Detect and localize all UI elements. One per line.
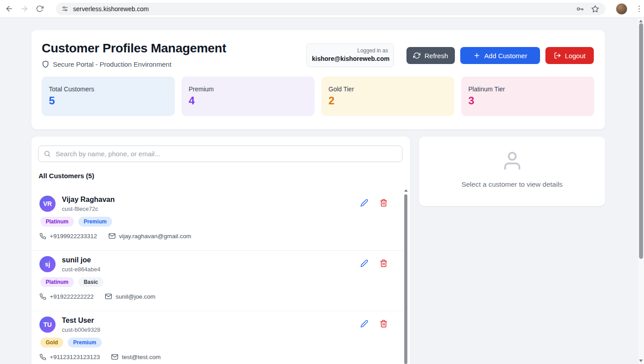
details-empty-text: Select a customer to view details — [462, 180, 563, 188]
phone-icon — [39, 293, 46, 300]
page-background: Customer Profiles Management Secure Port… — [0, 18, 644, 364]
forward-arrow-icon — [20, 4, 29, 13]
search-input[interactable] — [38, 146, 402, 162]
list-scrollbar[interactable] — [404, 189, 408, 364]
tier-badge: Premium — [68, 338, 101, 347]
browser-profile-avatar[interactable] — [616, 3, 627, 15]
reload-icon — [36, 5, 43, 13]
avatar: VR — [39, 196, 56, 212]
logout-icon — [554, 52, 561, 59]
edit-customer-button[interactable] — [359, 319, 369, 330]
customer-list: VR Vijay Raghavan cust-f8ece72c Platinum… — [31, 190, 404, 364]
forward-button[interactable] — [17, 1, 32, 17]
page-subtitle: Secure Portal - Production Environment — [42, 60, 171, 68]
tier-badge: Gold — [40, 338, 63, 347]
reload-button[interactable] — [32, 1, 47, 17]
browser-window: serverless.kishoreweb.com ⋮ Customer Pro… — [0, 0, 644, 364]
password-key-icon[interactable] — [576, 5, 584, 13]
stat-label: Total Customers — [49, 86, 168, 93]
edit-customer-button[interactable] — [359, 258, 369, 270]
edit-customer-button[interactable] — [359, 198, 369, 209]
stat-card-premium: Premium 4 — [182, 77, 315, 116]
customer-row-actions — [359, 319, 389, 330]
site-info-icon[interactable] — [61, 5, 69, 13]
refresh-button-label: Refresh — [424, 52, 448, 60]
address-bar[interactable]: serverless.kishoreweb.com — [56, 3, 605, 15]
back-arrow-icon — [5, 4, 13, 13]
customer-name-block: Test User cust-b00e9328 — [62, 317, 100, 333]
browser-menu-button[interactable]: ⋮ — [631, 1, 644, 17]
page-title: Customer Profiles Management — [42, 41, 226, 56]
customer-name: Vijay Raghavan — [62, 196, 115, 204]
mail-icon — [105, 293, 112, 300]
address-bar-actions — [576, 5, 599, 13]
phone-icon — [39, 233, 46, 240]
scroll-down-arrow-icon[interactable] — [639, 360, 643, 362]
scroll-up-arrow-icon[interactable] — [404, 189, 408, 192]
mail-icon — [108, 232, 116, 240]
logout-button[interactable]: Logout — [545, 47, 594, 64]
page-scrollbar-thumb[interactable] — [639, 23, 643, 259]
customer-name: Test User — [62, 317, 100, 325]
back-button[interactable] — [1, 1, 17, 17]
customer-row[interactable]: sj sunil joe cust-e864abe4 PlatinumBasic… — [31, 251, 404, 311]
stat-value: 2 — [328, 94, 447, 107]
scroll-up-arrow-icon[interactable] — [639, 20, 643, 22]
menu-dots-icon: ⋮ — [635, 5, 643, 13]
customer-row-actions — [359, 258, 389, 270]
logged-in-box: Logged in as kishore@kishoreweb.com — [306, 43, 394, 67]
customer-email: test@test.com — [122, 354, 160, 360]
stats-row: Total Customers 5 Premium 4 Gold Tier 2 … — [42, 77, 594, 116]
plus-icon — [473, 52, 480, 59]
customer-badges: PlatinumBasic — [40, 277, 104, 287]
customer-name-block: Vijay Raghavan cust-f8ece72c — [62, 196, 115, 212]
url-text: serverless.kishoreweb.com — [73, 5, 576, 13]
customer-contact-row: +9199922233312 vijay.raghavan@gmail.com — [39, 232, 191, 240]
list-scrollbar-thumb[interactable] — [404, 194, 407, 364]
delete-customer-button[interactable] — [379, 198, 389, 209]
stat-label: Gold Tier — [328, 86, 447, 93]
delete-customer-button[interactable] — [379, 319, 389, 330]
search-icon — [43, 150, 51, 159]
customer-row[interactable]: VR Vijay Raghavan cust-f8ece72c Platinum… — [31, 190, 404, 251]
trash-icon — [380, 199, 388, 207]
stat-label: Platinum Tier — [468, 86, 587, 93]
tier-badge: Platinum — [40, 217, 74, 227]
customer-phone: +9199922233312 — [50, 233, 97, 240]
stat-card-platinum-tier: Platinum Tier 3 — [461, 77, 594, 116]
customer-id: cust-e864abe4 — [62, 266, 100, 273]
customer-initials: TU — [43, 321, 52, 328]
customer-name-block: sunil joe cust-e864abe4 — [62, 256, 100, 273]
refresh-icon — [413, 52, 420, 59]
page-scrollbar[interactable] — [638, 18, 644, 364]
logged-in-label: Logged in as — [312, 47, 388, 54]
page-subtitle-text: Secure Portal - Production Environment — [53, 60, 171, 68]
customer-list-card: All Customers (5) VR Vijay Raghavan cust… — [31, 137, 410, 364]
customer-initials: sj — [45, 261, 50, 268]
customer-initials: VR — [43, 200, 52, 207]
customer-id: cust-b00e9328 — [62, 326, 100, 333]
customer-contact-row: +919222222222 sunil@joe.com — [39, 293, 156, 300]
delete-customer-button[interactable] — [379, 258, 389, 270]
browser-toolbar: serverless.kishoreweb.com ⋮ — [0, 0, 644, 18]
refresh-button[interactable]: Refresh — [406, 47, 455, 64]
stat-card-gold-tier: Gold Tier 2 — [321, 77, 454, 116]
search-bar — [38, 146, 402, 162]
customer-phone: +91123123123123 — [50, 354, 100, 360]
trash-icon — [380, 320, 388, 328]
bookmark-star-icon[interactable] — [591, 5, 599, 13]
add-customer-button[interactable]: Add Customer — [460, 47, 540, 64]
logout-button-label: Logout — [565, 52, 586, 60]
trash-icon — [380, 259, 388, 267]
person-icon — [501, 150, 523, 171]
stat-value: 5 — [49, 94, 168, 107]
pencil-icon — [360, 199, 368, 207]
customer-row[interactable]: TU Test User cust-b00e9328 GoldPremium +… — [31, 311, 404, 364]
stat-value: 4 — [189, 94, 307, 107]
customer-phone: +919222222222 — [50, 293, 94, 300]
customer-email: sunil@joe.com — [116, 293, 156, 300]
stat-label: Premium — [189, 86, 307, 93]
phone-icon — [39, 354, 46, 360]
pencil-icon — [360, 259, 368, 267]
customer-id: cust-f8ece72c — [62, 206, 115, 212]
